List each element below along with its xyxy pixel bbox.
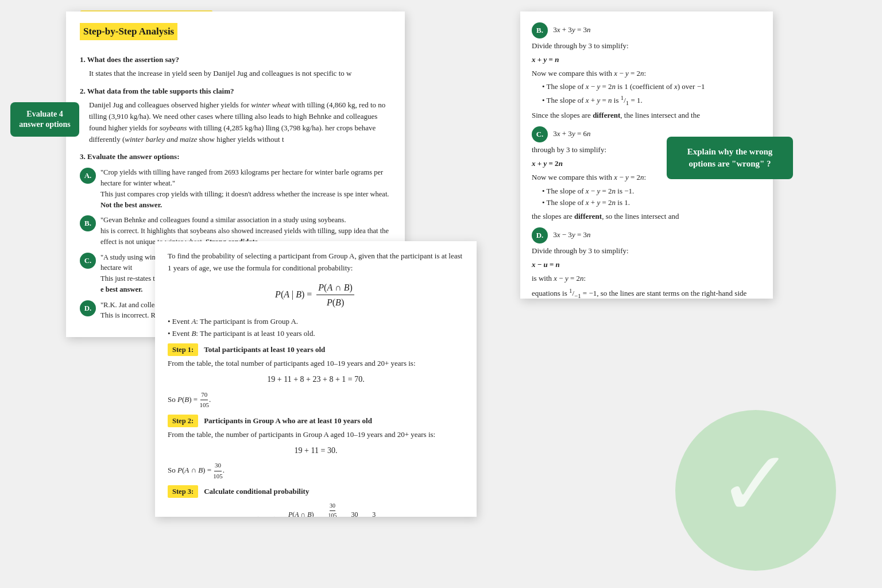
math-label-d: D. [532, 227, 548, 243]
step2-body: From the table, the number of participan… [168, 429, 464, 441]
section2-heading: 2. What data from the table supports thi… [80, 86, 391, 97]
section2-bullet: Danijel Jug and colleagues observed high… [89, 99, 391, 146]
math-d-simplified: x − u = n [532, 259, 761, 271]
event-b: • Event B: The participant is at least 1… [168, 328, 464, 340]
option-a-label: A. [80, 168, 96, 184]
event-list: • Event A: The participant is from Group… [168, 316, 464, 340]
step1-calc: 19 + 11 + 8 + 23 + 8 + 1 = 70. [168, 373, 464, 386]
math-b-step1: Divide through by 3 to simplify: [532, 40, 761, 52]
math-d-compare: is with x − y = 2n: [532, 273, 761, 285]
explain-badge: Explain why the wrong options are "wrong… [667, 137, 793, 179]
checkmark-circle: ✓ [675, 410, 836, 571]
math-d-conclusion: equations is 1/−1 = −1, so the lines are… [532, 286, 761, 299]
math-eq-d: 3x − 3y = 3n [553, 230, 590, 239]
math-eq-b: 3x + 3y = 3n [553, 25, 590, 34]
step2-result: So P(A ∩ B) = 30105. [168, 461, 464, 481]
prob-panel: To find the probability of selecting a p… [155, 241, 477, 517]
step1-label: Step 1: [168, 343, 198, 356]
prob-main-formula: P(A | B) = P(A ∩ B)P(B) [168, 280, 464, 310]
math-section-b: B. 3x + 3y = 3n Divide through by 3 to s… [532, 22, 761, 122]
math-b-compare: Now we compare this with x − y = 2n: [532, 68, 761, 80]
checkmark-icon: ✓ [717, 439, 794, 531]
option-d-label: D. [80, 300, 96, 316]
step2-calc: 19 + 11 = 30. [168, 444, 464, 457]
doc-title: Step-by-Step Analysis [80, 23, 177, 40]
section1-heading: 1. What does the assertion say? [80, 54, 391, 65]
step1-title: Total participants at least 10 years old [204, 344, 325, 356]
step1-result: So P(B) = 70105. [168, 390, 464, 411]
math-b-conclusion: Since the slopes are different, the line… [532, 110, 761, 122]
step3-title: Calculate conditional probability [204, 486, 309, 498]
math-b-simplified: x + y = n [532, 54, 761, 66]
event-a: • Event A: The participant is from Group… [168, 316, 464, 328]
prob-intro: To find the probability of selecting a p… [168, 250, 464, 274]
step2-label: Step 2: [168, 415, 198, 427]
math-section-d: D. 3x − 3y = 3n Divide through by 3 to s… [532, 227, 761, 299]
step2-row: Step 2: Participants in Group A who are … [168, 415, 464, 427]
answer-option-a: A. "Crop yields with tilling have ranged… [80, 167, 391, 210]
math-d-step1: Divide through by 3 to simplify: [532, 245, 761, 257]
step1-body: From the table, the total number of part… [168, 358, 464, 370]
section1-bullet: It states that the increase in yield see… [89, 68, 391, 79]
math-c-bullet1: • The slope of x − y = 2n is −1. [542, 185, 761, 198]
math-b-bullet2: • The slope of x + y = n is 1/1 = 1. [542, 93, 761, 108]
step3-row: Step 3: Calculate conditional probabilit… [168, 485, 464, 498]
step1-row: Step 1: Total participants at least 10 y… [168, 343, 464, 356]
math-b-bullet1: • The slope of x − y = 2n is 1 (coeffici… [542, 81, 761, 93]
step3-formula: P(A | B) = P(A ∩ B) P(B) = 30105 70105 =… [168, 501, 464, 517]
math-c-bullet2: • The slope of x + y = 2n is 1. [542, 197, 761, 209]
evaluate-badge: Evaluate 4 answer options [10, 102, 79, 137]
option-c-label: C. [80, 253, 96, 269]
option-a-text: "Crop yields with tilling have ranged fr… [100, 167, 391, 210]
math-label-c: C. [532, 126, 548, 142]
section2-text: Danijel Jug and colleagues observed high… [89, 100, 385, 144]
step2-title: Participants in Group A who are at least… [204, 415, 372, 427]
section3-heading: 3. Evaluate the answer options: [80, 151, 391, 163]
math-label-b: B. [532, 22, 548, 38]
step3-label: Step 3: [168, 485, 198, 498]
math-eq-c: 3x + 3y = 6n [553, 129, 590, 138]
option-b-label: B. [80, 215, 96, 231]
math-c-conclusion: the slopes are different, so the lines i… [532, 211, 761, 223]
